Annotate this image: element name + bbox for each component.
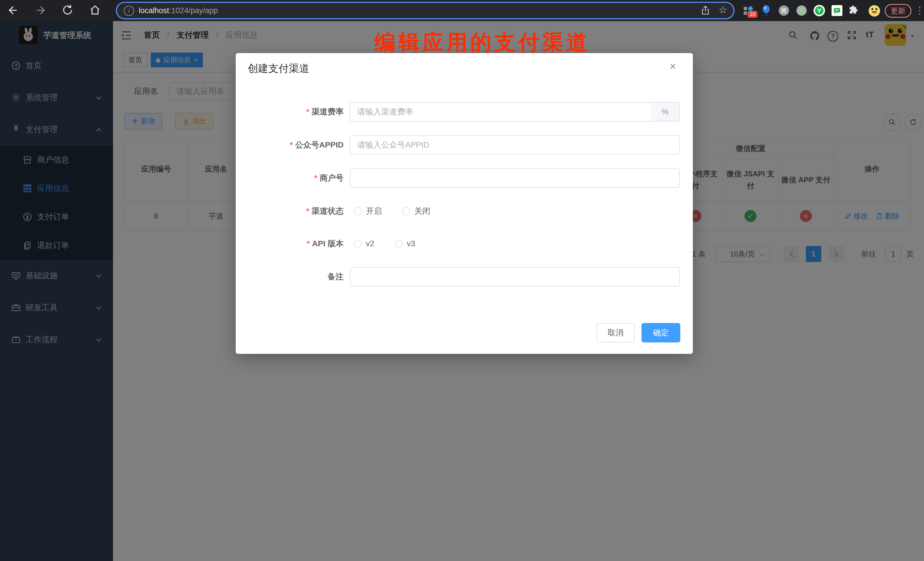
api-version-label: API 版本 [312,239,344,248]
cancel-button[interactable]: 取消 [596,323,634,342]
field-remark: 备注 [236,267,693,286]
url-text: localhost:1024/pay/app [139,3,218,18]
create-channel-dialog: 创建支付渠道 × *渠道费率 % *公众号APPID *商户号 *渠道状态 开启… [236,53,693,354]
field-status: *渠道状态 开启 关闭 [236,201,693,221]
remark-label: 备注 [328,272,344,281]
radio-circle-icon [354,207,362,215]
extension-y-icon[interactable] [813,4,825,16]
extension-badge: 10 [748,11,758,18]
appid-label: 公众号APPID [295,140,344,149]
extension-balloon-icon[interactable] [760,4,772,16]
radio-circle-icon [395,240,403,248]
dialog-close-icon[interactable]: × [669,60,676,73]
merchant-label: 商户号 [320,174,344,182]
rate-label: 渠道费率 [312,107,344,116]
site-info-icon[interactable]: i [124,6,134,16]
svg-text:⌘: ⌘ [781,7,787,14]
back-icon[interactable] [7,4,20,16]
annotation-text: 编辑应用的支付渠道 [374,28,590,57]
field-api-version: *API 版本 v2 v3 [236,234,693,254]
screen: i localhost:1024/pay/app ☆ 10 ⌘ 更新 ⋮ [0,0,924,561]
browser-menu-icon[interactable]: ⋮ [915,3,924,18]
status-closed-radio[interactable]: 关闭 [402,206,430,217]
extension-command-icon[interactable]: ⌘ [778,4,790,16]
merchant-input[interactable] [350,168,680,188]
share-icon[interactable] [700,5,711,15]
field-appid: *公众号APPID [236,135,693,154]
chrome-update-button[interactable]: 更新 [885,4,912,18]
extension-chat-icon[interactable] [831,4,843,16]
radio-circle-icon [402,207,410,215]
rate-suffix: % [651,102,680,122]
profile-avatar-emoji-icon[interactable] [868,4,880,16]
extension-metabase-icon[interactable]: 10 [742,4,754,16]
api-v2-radio[interactable]: v2 [354,239,374,248]
radio-circle-icon [354,240,362,248]
browser-toolbar: i localhost:1024/pay/app ☆ 10 ⌘ 更新 ⋮ [0,0,924,21]
address-bar[interactable]: i localhost:1024/pay/app ☆ [116,2,735,20]
reload-icon[interactable] [62,4,74,16]
extensions-puzzle-icon[interactable] [849,4,861,16]
remark-input[interactable] [350,267,680,286]
status-open-radio[interactable]: 开启 [354,206,382,217]
bookmark-star-icon[interactable]: ☆ [718,4,727,15]
confirm-button[interactable]: 确定 [642,323,680,342]
field-rate: *渠道费率 % [236,102,693,122]
status-label: 渠道状态 [312,207,344,216]
api-v3-radio[interactable]: v3 [395,239,416,248]
dialog-title: 创建支付渠道 [248,62,309,76]
rate-input[interactable] [350,102,652,122]
home-icon[interactable] [89,4,102,16]
field-merchant: *商户号 [236,168,693,188]
extension-green-dot-icon[interactable] [796,4,808,16]
forward-icon[interactable] [34,4,47,16]
appid-input[interactable] [350,135,680,154]
